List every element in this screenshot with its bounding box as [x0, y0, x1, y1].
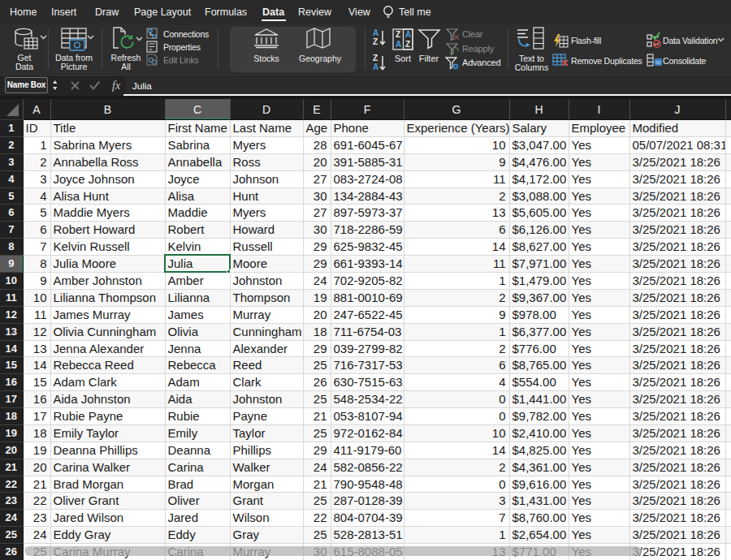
svg-text:00: 00 [655, 60, 660, 65]
svg-text:Z: Z [396, 30, 400, 39]
svg-text:A: A [405, 30, 411, 39]
svg-text:A: A [373, 28, 378, 37]
svg-text:A: A [373, 62, 378, 71]
svg-text:Z: Z [373, 37, 378, 46]
svg-text:Z: Z [373, 54, 378, 62]
svg-text:fx: fx [112, 80, 121, 92]
svg-text:Z: Z [405, 40, 410, 49]
svg-text:A: A [396, 40, 401, 49]
